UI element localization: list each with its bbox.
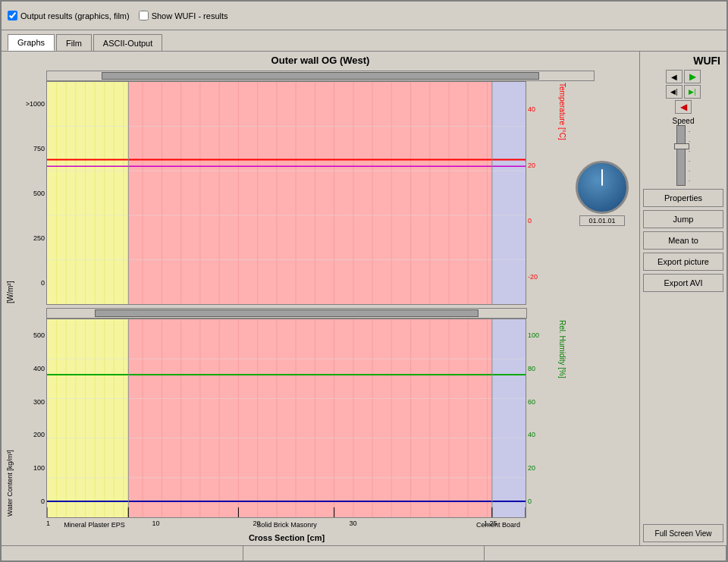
svg-rect-9: [128, 82, 492, 304]
material-2: Solid Brick Masonry: [215, 521, 359, 529]
bottom-chart-section: Water Content [kg/m³] 500 400 300 200 10…: [5, 308, 636, 542]
top-left-axis-label: [W/m²]: [5, 81, 16, 305]
dial-spacer: [568, 319, 636, 518]
top-right-axis-label: Temperature [°C]: [557, 81, 568, 305]
top-chart-area: ◀: [46, 81, 526, 305]
show-wufi-checkbox[interactable]: [139, 11, 149, 20]
chart-title: Outer wall OG (West): [5, 55, 636, 66]
bottom-left-values: 500 400 300 200 100 0: [15, 319, 46, 518]
bottom-chart-svg: [47, 319, 526, 517]
status-bar: [2, 545, 726, 560]
output-results-label: Output results (graphics, film): [20, 11, 130, 20]
speed-scale: - - - - - -: [689, 127, 691, 184]
x-axis-title: Cross Section [cm]: [46, 533, 527, 542]
top-right-axis: 40 20 0 -20 Temperature [°C]: [526, 81, 568, 305]
dial-section: 01.01.01: [568, 81, 636, 305]
bottom-right-axis-label: Rel. Humidity [%]: [557, 319, 568, 518]
top-left-axis: [W/m²] >1000 750 500 250 0: [5, 81, 46, 305]
bottom-left-axis: Water Content [kg/m³] 500 400 300 200 10…: [5, 319, 46, 518]
speed-label: Speed: [673, 117, 695, 125]
top-scrollbar[interactable]: [46, 71, 595, 81]
right-panel: WUFI ◀ ▶ ◀| ▶| ◀ Speed: [639, 52, 726, 545]
export-picture-button[interactable]: Export picture: [643, 253, 723, 271]
bottom-scrollbar[interactable]: [46, 308, 527, 319]
show-wufi-group: Show WUFI - results: [139, 11, 228, 20]
full-screen-button[interactable]: Full Screen View: [643, 524, 723, 542]
charts-panel: Outer wall OG (West) [W/m²] >1000: [2, 52, 639, 545]
top-chart-svg: [47, 82, 526, 304]
ctrl-row-1: ◀ ▶: [643, 70, 723, 83]
bottom-right-values: 100 80 60 40 20 0: [526, 319, 557, 518]
dial-control[interactable]: [576, 161, 629, 214]
ctrl-row-2: ◀| ▶|: [643, 85, 723, 99]
content-area: Outer wall OG (West) [W/m²] >1000: [2, 52, 726, 545]
wufi-label: WUFI: [643, 55, 723, 67]
prev-button[interactable]: ◀: [666, 70, 682, 83]
speed-slider-track[interactable]: [676, 125, 686, 186]
spacer: [643, 295, 723, 521]
bottom-chart-arrow: ◀: [526, 493, 526, 501]
material-labels: Mineral Plaster EPS Solid Brick Masonry …: [46, 521, 527, 533]
svg-rect-47: [128, 319, 492, 517]
speed-section: Speed - - - - - -: [643, 117, 723, 186]
top-chart-section: [W/m²] >1000 750 500 250 0: [5, 71, 636, 305]
tab-ascii-output[interactable]: ASCII-Output: [93, 34, 162, 51]
play-slow-button[interactable]: ▶|: [684, 85, 701, 99]
top-chart-arrow: ◀: [525, 155, 526, 166]
dial-needle: [601, 169, 603, 186]
nav-tabs: Graphs Film ASCII-Output: [2, 30, 726, 52]
bottom-left-axis-label: Water Content [kg/m³]: [5, 319, 15, 518]
tab-graphs[interactable]: Graphs: [8, 34, 55, 51]
show-wufi-label: Show WUFI - results: [152, 11, 228, 20]
speed-control: - - - - - -: [676, 125, 691, 186]
top-right-values: 40 20 0 -20: [526, 81, 557, 305]
toolbar: Output results (graphics, film) Show WUF…: [2, 2, 726, 30]
playback-controls: ◀ ▶ ◀| ▶| ◀: [643, 70, 723, 114]
output-results-checkbox[interactable]: [8, 11, 17, 20]
speed-slider-thumb[interactable]: [674, 143, 689, 149]
bottom-right-axis: 100 80 60 40 20 0 Rel. Humidity [%]: [526, 319, 568, 518]
dial-date: 01.01.01: [579, 215, 625, 226]
play-button[interactable]: ▶: [684, 70, 701, 83]
output-results-group: Output results (graphics, film): [8, 11, 130, 20]
stop-button[interactable]: ◀: [675, 100, 692, 114]
svg-rect-38: [47, 319, 128, 517]
svg-rect-67: [492, 319, 526, 517]
status-pane-1: [2, 546, 243, 560]
properties-button[interactable]: Properties: [643, 189, 723, 207]
prev-frame-button[interactable]: ◀|: [666, 85, 682, 99]
top-chart-row: [W/m²] >1000 750 500 250 0: [5, 81, 636, 305]
svg-rect-29: [492, 82, 526, 304]
svg-rect-0: [47, 82, 128, 304]
mean-to-button[interactable]: Mean to: [643, 231, 723, 250]
bottom-chart-row: Water Content [kg/m³] 500 400 300 200 10…: [5, 319, 636, 518]
jump-button[interactable]: Jump: [643, 210, 723, 228]
bottom-chart-area: ◀: [46, 319, 526, 518]
tab-film[interactable]: Film: [56, 34, 92, 51]
status-pane-3: [485, 546, 726, 560]
ctrl-row-3: ◀: [643, 100, 723, 114]
top-left-values: >1000 750 500 250 0: [16, 81, 46, 305]
material-1: Mineral Plaster EPS: [61, 521, 128, 529]
main-window: Output results (graphics, film) Show WUF…: [0, 0, 728, 562]
material-3: Cement Board: [469, 521, 527, 529]
status-pane-2: [243, 546, 485, 560]
export-avi-button[interactable]: Export AVI: [643, 274, 723, 292]
